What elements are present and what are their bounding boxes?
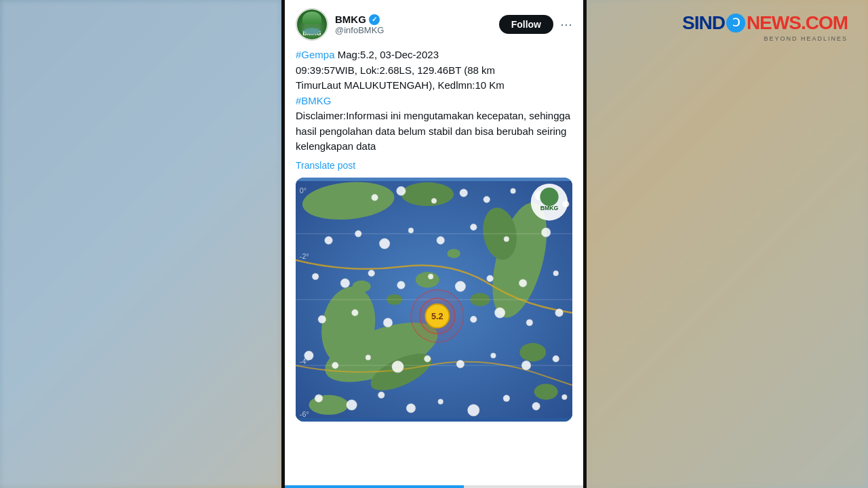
svg-point-7 bbox=[401, 182, 454, 206]
svg-point-49 bbox=[352, 309, 359, 316]
svg-point-8 bbox=[416, 272, 439, 287]
translate-link[interactable]: Translate post bbox=[296, 160, 572, 171]
logo-domain: .COM bbox=[801, 12, 848, 33]
svg-point-13 bbox=[519, 343, 546, 361]
svg-point-23 bbox=[372, 194, 378, 201]
tweet-line2: 09:39:57WIB, Lok:2.68LS, 129.46BT (88 km bbox=[296, 64, 495, 76]
svg-point-46 bbox=[519, 279, 527, 287]
logo-news: NEWS bbox=[747, 12, 801, 33]
profile-name-text: BMKG bbox=[335, 14, 366, 25]
svg-text:-4°: -4° bbox=[300, 357, 309, 365]
svg-point-44 bbox=[455, 281, 466, 291]
svg-point-64 bbox=[456, 360, 465, 368]
progress-bar bbox=[285, 485, 583, 488]
svg-point-75 bbox=[532, 402, 540, 410]
svg-point-77 bbox=[531, 184, 568, 220]
svg-point-72 bbox=[438, 399, 443, 404]
svg-point-3 bbox=[366, 346, 436, 397]
svg-point-14 bbox=[309, 394, 348, 414]
svg-point-67 bbox=[553, 355, 559, 362]
avatar: BMKG bbox=[296, 8, 328, 41]
svg-point-71 bbox=[406, 403, 416, 413]
svg-point-32 bbox=[355, 230, 361, 237]
svg-point-2 bbox=[315, 282, 381, 369]
tweet-text: #Gempa Mag:5.2, 03-Dec-2023 09:39:57WIB,… bbox=[296, 47, 572, 155]
svg-point-43 bbox=[428, 274, 433, 279]
svg-point-26 bbox=[460, 188, 468, 197]
svg-point-6 bbox=[301, 178, 396, 223]
svg-point-30 bbox=[562, 201, 569, 207]
svg-point-57 bbox=[526, 319, 533, 326]
map-visual: 0° -2° -4° -6° bbox=[296, 178, 572, 422]
svg-point-38 bbox=[541, 228, 551, 237]
tweet-disclaimer: Disclaimer:Informasi ini mengutamakan ke… bbox=[296, 110, 570, 152]
svg-point-34 bbox=[408, 228, 414, 233]
svg-point-29 bbox=[535, 190, 545, 200]
svg-point-37 bbox=[504, 236, 509, 241]
svg-point-65 bbox=[491, 352, 496, 358]
svg-point-74 bbox=[503, 394, 510, 401]
news-tagline: BEYOND HEADLINES bbox=[682, 35, 848, 42]
svg-point-59 bbox=[304, 350, 314, 360]
follow-button[interactable]: Follow bbox=[499, 15, 553, 34]
svg-point-24 bbox=[397, 186, 406, 195]
svg-point-73 bbox=[468, 404, 479, 415]
news-logo: SIND Ↄ NEWS.COM BEYOND HEADLINES bbox=[682, 14, 848, 42]
profile-name: BMKG ✓ bbox=[335, 14, 384, 25]
tweet-line1: Mag:5.2, 03-Dec-2023 bbox=[335, 49, 439, 60]
svg-point-63 bbox=[424, 355, 431, 362]
svg-point-42 bbox=[397, 281, 406, 289]
tweet-header: BMKG BMKG ✓ @infoBMKG Follow ⋯ bbox=[296, 8, 572, 41]
avatar-inner: BMKG bbox=[297, 9, 327, 39]
hashtag-gempa: #Gempa bbox=[296, 49, 335, 60]
svg-text:5.2: 5.2 bbox=[431, 312, 443, 321]
svg-point-55 bbox=[470, 316, 477, 323]
more-icon[interactable]: ⋯ bbox=[560, 17, 572, 32]
svg-text:0°: 0° bbox=[300, 186, 307, 194]
svg-point-1 bbox=[318, 310, 446, 394]
svg-point-51 bbox=[411, 289, 464, 342]
hashtag-bmkg: #BMKG bbox=[296, 95, 332, 106]
progress-fill bbox=[285, 485, 464, 488]
svg-point-25 bbox=[431, 198, 437, 203]
verified-icon: ✓ bbox=[369, 14, 380, 25]
map-container: 0° -2° -4° -6° bbox=[296, 178, 572, 422]
svg-point-5 bbox=[479, 205, 520, 262]
svg-point-53 bbox=[425, 304, 449, 327]
svg-point-12 bbox=[353, 280, 371, 291]
svg-point-48 bbox=[318, 315, 326, 323]
svg-point-68 bbox=[315, 394, 323, 402]
svg-point-11 bbox=[470, 293, 490, 306]
svg-point-31 bbox=[325, 236, 333, 244]
logo-sind: SIND bbox=[682, 12, 725, 33]
svg-point-78 bbox=[540, 187, 558, 205]
svg-text:BMKG: BMKG bbox=[540, 204, 559, 211]
tweet-line3: TimurLaut MALUKUTENGAH), Kedlmn:10 Km bbox=[296, 79, 505, 91]
svg-point-56 bbox=[494, 307, 505, 318]
svg-point-27 bbox=[484, 196, 490, 203]
svg-point-47 bbox=[553, 270, 559, 276]
svg-point-39 bbox=[312, 273, 319, 280]
svg-point-36 bbox=[470, 224, 477, 230]
phone-frame: BMKG BMKG ✓ @infoBMKG Follow ⋯ #Gempa Ma… bbox=[281, 0, 587, 488]
svg-point-60 bbox=[332, 362, 338, 369]
profile-handle: @infoBMKG bbox=[335, 25, 384, 35]
svg-point-52 bbox=[420, 298, 455, 333]
profile-info: BMKG ✓ @infoBMKG bbox=[335, 14, 384, 35]
svg-point-69 bbox=[347, 399, 357, 410]
svg-point-40 bbox=[340, 278, 350, 287]
svg-point-61 bbox=[366, 354, 371, 360]
svg-point-10 bbox=[447, 249, 460, 258]
svg-point-28 bbox=[511, 188, 516, 193]
svg-text:-6°: -6° bbox=[300, 409, 309, 418]
avatar-text: BMKG bbox=[302, 30, 321, 37]
svg-point-50 bbox=[383, 318, 393, 327]
tweet-container: BMKG BMKG ✓ @infoBMKG Follow ⋯ #Gempa Ma… bbox=[285, 0, 583, 430]
svg-point-70 bbox=[378, 392, 384, 399]
svg-text:-2°: -2° bbox=[300, 251, 309, 260]
profile-section: BMKG BMKG ✓ @infoBMKG bbox=[296, 8, 384, 41]
svg-point-66 bbox=[521, 361, 531, 370]
bg-left-panel bbox=[0, 0, 281, 488]
svg-point-58 bbox=[555, 308, 564, 317]
svg-point-4 bbox=[482, 197, 557, 323]
